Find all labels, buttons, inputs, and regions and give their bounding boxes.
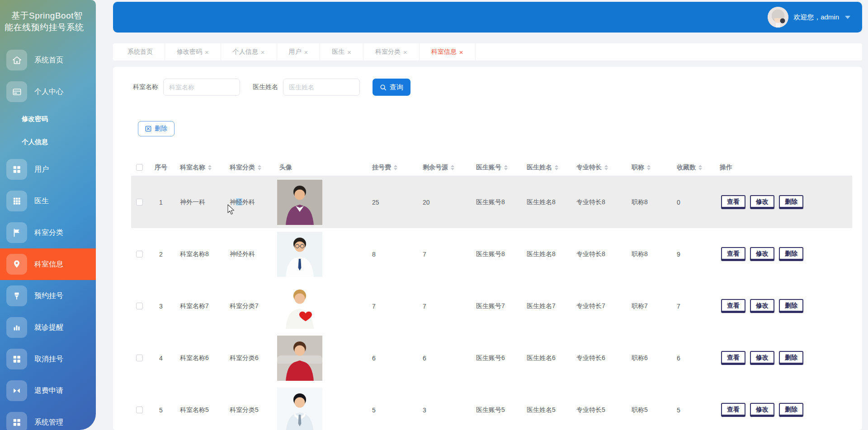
cell-name: 科室名称6 xyxy=(175,354,224,362)
delete-row-button[interactable]: 删除 xyxy=(779,351,803,365)
sort-icon[interactable] xyxy=(698,165,702,170)
cell-remaining: 20 xyxy=(417,199,471,206)
view-button[interactable]: 查看 xyxy=(721,247,745,261)
sort-icon[interactable] xyxy=(451,165,454,170)
cell-account: 医生账号5 xyxy=(471,406,521,414)
sidebar-item-12[interactable]: 系统管理 xyxy=(0,407,96,430)
column-header-remaining[interactable]: 剩余号源 xyxy=(417,164,471,172)
row-checkbox[interactable] xyxy=(136,355,143,361)
cell-name: 神外一科 xyxy=(175,198,224,206)
edit-button[interactable]: 修改 xyxy=(750,195,774,209)
sort-icon[interactable] xyxy=(258,165,261,170)
column-header-actions: 操作 xyxy=(714,164,852,172)
flag-icon xyxy=(6,222,27,243)
pen-nib-icon xyxy=(6,285,27,306)
sidebar-item-4[interactable]: 用户 xyxy=(0,154,96,185)
view-button[interactable]: 查看 xyxy=(721,299,745,313)
sort-icon[interactable] xyxy=(208,165,212,170)
close-icon[interactable]: × xyxy=(403,49,407,56)
close-icon[interactable]: × xyxy=(347,49,351,56)
sidebar-subitem-label: 修改密码 xyxy=(22,115,48,123)
edit-button[interactable]: 修改 xyxy=(750,247,774,261)
sort-icon[interactable] xyxy=(394,165,397,170)
map-pin-icon xyxy=(6,254,27,275)
welcome-text: 欢迎您，admin xyxy=(793,13,839,22)
close-icon[interactable]: × xyxy=(261,49,265,56)
sort-icon[interactable] xyxy=(647,165,651,170)
sidebar-item-6[interactable]: 科室分类 xyxy=(0,217,96,248)
column-header-name[interactable]: 科室名称 xyxy=(175,164,224,172)
sort-icon[interactable] xyxy=(504,165,508,170)
dept-name-input[interactable] xyxy=(163,79,240,96)
cell-title: 职称5 xyxy=(626,406,671,414)
edit-button[interactable]: 修改 xyxy=(750,351,774,365)
cell-text: 神经外科 xyxy=(230,198,255,206)
cell-actions: 查看修改删除 xyxy=(714,403,852,417)
user-avatar xyxy=(768,7,788,28)
column-header-label: 科室分类 xyxy=(230,164,255,172)
view-button[interactable]: 查看 xyxy=(721,351,745,365)
close-icon[interactable]: × xyxy=(304,49,308,56)
delete-row-button[interactable]: 删除 xyxy=(779,247,803,261)
sort-icon[interactable] xyxy=(604,165,608,170)
cell-name: 科室名称7 xyxy=(175,302,224,310)
sidebar-item-label: 医生 xyxy=(34,196,49,206)
view-button[interactable]: 查看 xyxy=(721,195,745,209)
sidebar-menu: 系统首页个人中心修改密码个人信息用户医生科室分类科室信息预约挂号就诊提醒取消挂号… xyxy=(0,44,96,430)
query-button[interactable]: 查询 xyxy=(373,79,410,96)
row-checkbox[interactable] xyxy=(136,199,143,206)
delete-row-button[interactable]: 删除 xyxy=(779,299,803,313)
sidebar-item-8[interactable]: 预约挂号 xyxy=(0,280,96,312)
view-button[interactable]: 查看 xyxy=(721,403,745,417)
column-header-label: 医生姓名 xyxy=(527,164,552,172)
select-all-checkbox[interactable] xyxy=(136,164,143,171)
sidebar-item-10[interactable]: 取消挂号 xyxy=(0,343,96,375)
tab-2[interactable]: 个人信息× xyxy=(221,43,277,61)
column-header-label: 专业特长 xyxy=(576,164,602,172)
edit-button[interactable]: 修改 xyxy=(750,403,774,417)
sidebar-item-label: 取消挂号 xyxy=(34,355,63,364)
delete-row-button[interactable]: 删除 xyxy=(779,195,803,209)
column-header-category[interactable]: 科室分类 xyxy=(224,164,274,172)
tab-5[interactable]: 科室分类× xyxy=(363,43,420,61)
column-header-title[interactable]: 职称 xyxy=(626,164,671,172)
close-icon[interactable]: × xyxy=(205,49,209,56)
column-header-fee[interactable]: 挂号费 xyxy=(367,164,417,172)
column-header-doctor_name[interactable]: 医生姓名 xyxy=(521,164,571,172)
cell-actions: 查看修改删除 xyxy=(714,351,852,365)
sidebar-item-5[interactable]: 医生 xyxy=(0,185,96,217)
sidebar-item-label: 科室信息 xyxy=(34,260,63,269)
sidebar-item-11[interactable]: 退费申请 xyxy=(0,375,96,407)
cell-checkbox xyxy=(131,199,147,206)
doctor-name-input[interactable] xyxy=(283,79,360,96)
sidebar-item-1[interactable]: 个人中心 xyxy=(0,76,96,108)
cell-doctor_name: 医生姓名6 xyxy=(521,354,571,362)
tab-1[interactable]: 修改密码× xyxy=(165,43,221,61)
tab-6[interactable]: 科室信息× xyxy=(420,43,476,61)
sidebar-subitem-3[interactable]: 个人信息 xyxy=(0,131,96,154)
sidebar-subitem-2[interactable]: 修改密码 xyxy=(0,108,96,131)
row-checkbox[interactable] xyxy=(136,303,143,309)
tab-3[interactable]: 用户× xyxy=(277,43,321,61)
tab-4[interactable]: 医生× xyxy=(320,43,363,61)
user-menu[interactable]: 欢迎您，admin xyxy=(768,7,850,28)
tab-0[interactable]: 系统首页 xyxy=(116,43,165,61)
close-icon[interactable]: × xyxy=(459,49,463,56)
sidebar-item-7[interactable]: 科室信息 xyxy=(0,248,96,280)
delete-row-button[interactable]: 删除 xyxy=(779,403,803,417)
sidebar-item-9[interactable]: 就诊提醒 xyxy=(0,312,96,343)
sort-icon[interactable] xyxy=(555,165,558,170)
cell-doctor_name: 医生姓名7 xyxy=(521,302,571,310)
cell-remaining: 7 xyxy=(417,303,471,310)
sidebar-item-0[interactable]: 系统首页 xyxy=(0,44,96,76)
edit-button[interactable]: 修改 xyxy=(750,299,774,313)
column-header-specialty[interactable]: 专业特长 xyxy=(571,164,626,172)
cell-index: 3 xyxy=(147,303,175,310)
column-header-account[interactable]: 医生账号 xyxy=(471,164,521,172)
home-icon xyxy=(6,50,27,70)
row-checkbox[interactable] xyxy=(136,407,143,413)
column-header-favorites[interactable]: 收藏数 xyxy=(671,164,714,172)
delete-button[interactable]: 删除 xyxy=(138,121,175,136)
row-checkbox[interactable] xyxy=(136,251,143,257)
cell-category: 神经外科 xyxy=(224,198,274,206)
